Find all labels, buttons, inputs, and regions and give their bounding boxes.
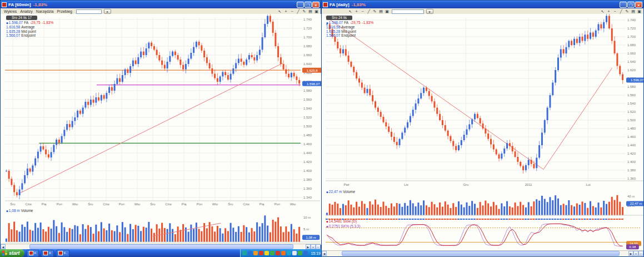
scrollbar-thumb[interactable] <box>342 251 620 256</box>
impulse-strip-segment <box>471 219 473 220</box>
symbol-search-input[interactable] <box>76 9 102 14</box>
minimize-icon[interactable]: _ <box>297 2 304 8</box>
volume-bar <box>56 226 57 242</box>
hzoom-in-icon[interactable]: + <box>311 244 316 249</box>
horizontal-scrollbar[interactable]: ◀ ▶ + − <box>322 250 643 256</box>
trendline-icon[interactable]: ╱ <box>618 9 623 14</box>
restore-icon[interactable]: ❐ <box>627 2 635 8</box>
volume-bar <box>16 230 18 242</box>
zoom-out-icon[interactable]: − <box>612 9 617 14</box>
candle <box>549 95 551 108</box>
zoom-out-icon[interactable]: − <box>360 9 365 14</box>
volume-bar <box>377 205 379 215</box>
tray-icon[interactable] <box>281 251 286 255</box>
start-button[interactable]: start <box>0 249 24 257</box>
impulse-strip-segment <box>457 219 460 220</box>
save-icon[interactable]: ▣ <box>385 9 390 14</box>
tray-icon[interactable] <box>253 251 258 255</box>
impulse-strip-segment <box>484 219 486 220</box>
save-icon[interactable]: ▣ <box>314 9 319 14</box>
pencil-icon[interactable]: ✎ <box>372 9 377 14</box>
pointer-icon[interactable]: ↖ <box>348 9 353 14</box>
menu-item-narzędzia[interactable]: Narzędzia <box>34 9 56 13</box>
scrollbar-track[interactable] <box>327 251 628 256</box>
tray-icon[interactable] <box>259 251 263 255</box>
task-button[interactable]: F. <box>41 250 54 257</box>
task-button[interactable]: F. <box>27 250 39 257</box>
menu-item-wykres[interactable]: Wykres <box>2 9 18 13</box>
candle <box>11 179 12 185</box>
menu-item-analizy[interactable]: Analizy <box>18 9 34 13</box>
legend-line: 1.566,07Endpoint <box>6 33 53 38</box>
candle <box>471 120 473 125</box>
impulse-strip-segment <box>565 219 567 220</box>
horizontal-scrollbar[interactable]: ◀ ▶ + − <box>1 244 321 249</box>
close-icon[interactable]: ✕ <box>635 2 642 8</box>
tray-icon[interactable] <box>303 251 308 255</box>
legend-date-badge: Śro 24 lis <box>326 16 352 20</box>
tray-icon[interactable] <box>248 251 252 255</box>
minimize-icon[interactable]: _ <box>620 2 627 8</box>
volume-bar <box>356 202 357 215</box>
volume-bar <box>222 234 223 242</box>
volume-bar <box>426 205 427 215</box>
tray-icon[interactable] <box>270 251 274 255</box>
tray-icon[interactable] <box>264 251 269 255</box>
hzoom-out-icon[interactable]: − <box>316 244 321 249</box>
tray-icon[interactable] <box>292 251 297 255</box>
tray-icon[interactable] <box>242 251 247 255</box>
titlebar-daily[interactable]: FA [daily] -1,83% _ ❐ ✕ <box>322 1 643 8</box>
envelope-icon[interactable]: ▤ <box>631 9 636 14</box>
candle <box>114 84 116 91</box>
pencil-icon[interactable]: ✎ <box>625 9 630 14</box>
stoch-legend-line: ◆0,2751 SK% (5,3,3) <box>326 224 361 229</box>
impulse-strip-segment <box>398 219 401 220</box>
chart-area-daily[interactable]: PaźLisGru2011Lut1.7401.7201.7001.6801.66… <box>322 14 643 250</box>
zoom-in-icon[interactable]: + <box>606 9 611 14</box>
chart-window-60min: FA [60min] -1,83% _ ❐ ✕ WykresAnalizyNar… <box>0 0 321 249</box>
search-go-button[interactable]: ▸ <box>426 9 433 14</box>
symbol-search-input[interactable] <box>392 9 424 14</box>
scrollbar-track[interactable] <box>6 244 306 249</box>
candle <box>565 47 567 53</box>
volume-bar <box>417 202 419 215</box>
volume-bar <box>385 206 387 215</box>
titlebar-60min[interactable]: FA [60min] -1,83% _ ❐ ✕ <box>1 1 321 8</box>
pencil-icon[interactable]: ✎ <box>302 9 307 14</box>
volume-bar <box>383 202 385 215</box>
impulse-strip-segment <box>417 219 419 220</box>
impulse-strip-segment <box>374 219 376 220</box>
restore-icon[interactable]: ❐ <box>304 2 312 8</box>
tray-icon[interactable] <box>287 251 291 255</box>
zoom-in-icon[interactable]: + <box>354 9 359 14</box>
candle <box>196 42 197 47</box>
pointer-icon[interactable]: ↖ <box>277 9 282 14</box>
tray-icon[interactable] <box>298 251 302 255</box>
envelope-icon[interactable]: ▤ <box>308 9 313 14</box>
legend-date-badge: Śro 24 lis 17 <box>6 16 37 20</box>
chart-area-60min[interactable]: ŚroCzwPiąPonWtoŚroCzwPonWtoŚroCzwPiąPonW… <box>1 14 322 245</box>
search-go-button[interactable]: ▸ <box>104 9 111 14</box>
menu-item-przebieg[interactable]: Przebieg <box>55 9 74 13</box>
scrollbar-thumb[interactable] <box>29 244 293 249</box>
trendline-icon[interactable]: ╱ <box>296 9 301 14</box>
y-axis-label: 1.660 <box>303 53 312 57</box>
close-icon[interactable]: ✕ <box>312 2 319 8</box>
envelope-icon[interactable]: ▤ <box>378 9 383 14</box>
volume-bar <box>533 201 535 215</box>
trendline-icon[interactable]: ╱ <box>366 9 371 14</box>
task-button[interactable]: F.. <box>56 250 69 257</box>
hzoom-out-icon[interactable]: − <box>638 251 643 256</box>
volume-bar <box>520 202 521 215</box>
zoom-out-icon[interactable]: − <box>289 9 294 14</box>
scroll-left-icon[interactable]: ◀ <box>1 244 6 249</box>
save-icon[interactable]: ▣ <box>637 9 642 14</box>
tray-icon[interactable] <box>276 251 280 255</box>
impulse-strip-segment <box>492 219 495 220</box>
zoom-in-icon[interactable]: + <box>283 9 288 14</box>
scroll-right-icon[interactable]: ▶ <box>628 251 633 256</box>
scroll-left-icon[interactable]: ◀ <box>322 251 327 256</box>
scroll-right-icon[interactable]: ▶ <box>306 244 311 249</box>
pointer-icon[interactable]: ↖ <box>600 9 605 14</box>
hzoom-in-icon[interactable]: + <box>633 251 638 256</box>
